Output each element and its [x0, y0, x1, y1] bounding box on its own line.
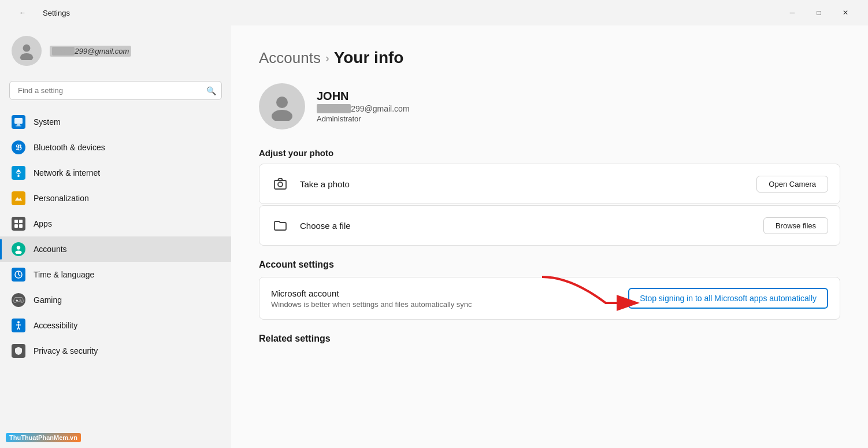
account-settings-section: Account settings Microsoft account Windo…	[259, 260, 840, 344]
svg-rect-9	[19, 224, 23, 228]
take-photo-label: Take a photo	[300, 179, 746, 189]
breadcrumb-parent: Accounts	[259, 49, 321, 67]
privacy-icon	[12, 344, 25, 358]
stop-signing-button[interactable]: Stop signing in to all Microsoft apps au…	[628, 288, 828, 309]
svg-line-14	[18, 275, 20, 276]
user-info-section: JOHN ●●●●●●●299@gmail.com Administrator	[259, 83, 840, 129]
svg-rect-6	[14, 220, 18, 223]
sidebar-nav: System 𝔅 Bluetooth & devices	[0, 105, 231, 448]
breadcrumb-separator: ›	[325, 51, 329, 65]
maximize-button[interactable]: □	[806, 3, 832, 22]
svg-rect-7	[19, 220, 23, 223]
profile-email: ●●●●●299@gmail.com	[50, 46, 131, 57]
user-avatar	[259, 83, 305, 129]
take-photo-card: Take a photo Open Camera	[259, 164, 840, 204]
microsoft-account-card: Microsoft account Windows is better when…	[259, 277, 840, 320]
svg-rect-8	[14, 224, 18, 228]
sidebar-item-personalization[interactable]: Personalization	[0, 186, 231, 211]
svg-line-23	[18, 327, 20, 329]
breadcrumb-current: Your info	[334, 49, 404, 67]
close-button[interactable]: ✕	[832, 3, 859, 22]
user-details: JOHN ●●●●●●●299@gmail.com Administrator	[317, 90, 410, 123]
sidebar-item-time[interactable]: Time & language	[0, 262, 231, 287]
sidebar-item-system[interactable]: System	[0, 109, 231, 135]
adjust-photo-title: Adjust your photo	[259, 148, 840, 158]
user-email: ●●●●●●●299@gmail.com	[317, 104, 410, 113]
related-settings-title: Related settings	[259, 334, 840, 344]
svg-point-17	[20, 299, 21, 301]
take-photo-row[interactable]: Take a photo Open Camera	[259, 164, 840, 203]
svg-point-5	[17, 175, 20, 177]
svg-rect-3	[17, 124, 20, 125]
search-icon: 🔍	[206, 86, 216, 95]
titlebar: ← Settings ─ □ ✕	[0, 0, 868, 25]
user-email-blurred: ●●●●●●●	[317, 104, 351, 113]
accounts-icon	[12, 242, 25, 256]
folder-icon	[271, 216, 290, 235]
breadcrumb: Accounts › Your info	[259, 49, 840, 67]
choose-file-row[interactable]: Choose a file Browse files	[259, 206, 840, 245]
main-content: Accounts › Your info JOHN ●●●●●●●299@gma…	[231, 25, 868, 448]
accessibility-icon	[12, 319, 25, 332]
svg-point-24	[276, 97, 288, 108]
avatar	[12, 36, 42, 66]
sidebar-item-privacy[interactable]: Privacy & security	[0, 338, 231, 364]
svg-point-18	[21, 301, 22, 302]
svg-rect-4	[16, 125, 21, 127]
search-container: 🔍	[9, 81, 222, 100]
account-card-info: Microsoft account Windows is better when…	[271, 288, 472, 309]
minimize-button[interactable]: ─	[779, 3, 806, 22]
microsoft-account-desc: Windows is better when settings and file…	[271, 300, 472, 309]
app-title: Settings	[43, 9, 70, 17]
svg-point-1	[20, 53, 33, 60]
gaming-icon	[12, 293, 25, 307]
svg-point-0	[23, 45, 31, 52]
time-icon	[12, 268, 25, 282]
user-role: Administrator	[317, 114, 410, 123]
svg-point-27	[278, 182, 283, 187]
browse-files-button[interactable]: Browse files	[763, 217, 828, 234]
sidebar: ●●●●●299@gmail.com 🔍 System	[0, 25, 231, 448]
sidebar-item-apps[interactable]: Apps	[0, 211, 231, 236]
svg-point-10	[17, 246, 20, 249]
sidebar-item-bluetooth[interactable]: 𝔅 Bluetooth & devices	[0, 135, 231, 160]
svg-point-11	[15, 250, 21, 254]
open-camera-button[interactable]: Open Camera	[756, 176, 828, 192]
system-icon	[12, 115, 25, 129]
sidebar-profile[interactable]: ●●●●●299@gmail.com	[0, 25, 231, 76]
choose-file-card: Choose a file Browse files	[259, 205, 840, 246]
apps-icon	[12, 217, 25, 231]
window-controls: ─ □ ✕	[779, 3, 859, 22]
svg-rect-2	[14, 118, 23, 124]
user-name: JOHN	[317, 90, 410, 103]
svg-point-19	[17, 321, 20, 323]
microsoft-account-title: Microsoft account	[271, 288, 472, 298]
sidebar-item-accounts[interactable]: Accounts	[0, 236, 231, 262]
personalization-icon	[12, 191, 25, 205]
network-icon	[12, 166, 25, 180]
camera-icon	[271, 175, 290, 193]
choose-file-label: Choose a file	[300, 221, 753, 231]
watermark: ThuThuatPhanMem.vn	[6, 433, 81, 442]
sidebar-item-network[interactable]: Network & internet	[0, 160, 231, 186]
bluetooth-icon: 𝔅	[12, 140, 25, 154]
account-settings-title: Account settings	[259, 260, 840, 270]
back-button[interactable]: ←	[9, 3, 36, 22]
sidebar-item-accessibility[interactable]: Accessibility	[0, 313, 231, 338]
sidebar-item-gaming[interactable]: Gaming	[0, 287, 231, 313]
search-input[interactable]	[9, 81, 222, 100]
svg-point-25	[272, 110, 292, 121]
